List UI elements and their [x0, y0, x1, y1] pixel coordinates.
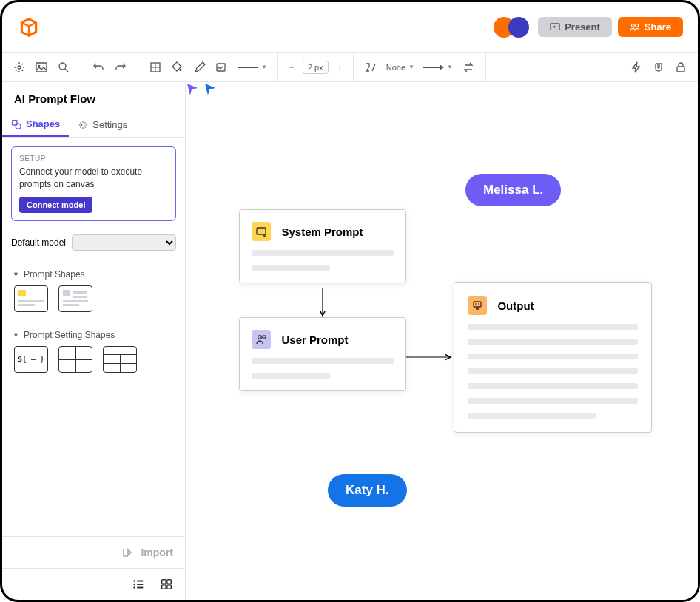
section-prompt-setting-shapes[interactable]: ▼ Prompt Setting Shapes [2, 321, 185, 346]
gear-icon [78, 120, 88, 130]
increase-stroke-button[interactable]: + [337, 62, 343, 72]
avatar[interactable] [508, 17, 529, 38]
output-icon [468, 296, 487, 315]
canvas[interactable]: System Prompt User Prompt Output [186, 82, 698, 600]
swap-icon[interactable] [462, 61, 475, 74]
setup-card: SETUP Connect your model to execute prom… [11, 146, 176, 221]
chevron-down-icon: ▼ [13, 331, 19, 339]
setup-label: SETUP [19, 155, 168, 163]
section-prompt-shapes[interactable]: ▼ Prompt Shapes [2, 260, 185, 285]
default-model-label: Default model [11, 237, 66, 248]
magnet-icon[interactable] [652, 61, 665, 74]
svg-rect-25 [162, 585, 166, 589]
image-icon[interactable] [35, 61, 48, 74]
shape-table[interactable] [58, 346, 92, 373]
cursor-pointer-icon [186, 82, 201, 97]
play-icon [550, 22, 560, 33]
present-button[interactable]: Present [538, 17, 612, 37]
chevron-down-icon: ▼ [13, 271, 19, 278]
svg-point-2 [636, 24, 639, 27]
collaborator-cursor-melissa: Melissa L. [465, 174, 561, 206]
node-system-prompt[interactable]: System Prompt [239, 209, 406, 283]
app-logo [17, 16, 41, 39]
svg-point-16 [82, 124, 85, 126]
setup-text: Connect your model to execute prompts on… [19, 166, 168, 191]
collaborator-cursor-katy: Katy H. [328, 474, 407, 507]
shape-tool-icon[interactable] [149, 61, 162, 74]
svg-point-18 [133, 584, 135, 585]
share-button[interactable]: Share [618, 17, 683, 37]
left-sidebar: AI Prompt Flow Shapes Settings SETUP Con… [2, 82, 186, 600]
tab-shapes[interactable]: Shapes [2, 112, 69, 137]
people-icon [630, 22, 640, 33]
image-edit-icon[interactable] [215, 61, 229, 74]
svg-point-15 [16, 124, 21, 129]
shape-system-prompt[interactable] [14, 285, 48, 312]
search-icon[interactable] [57, 61, 70, 74]
decrease-stroke-button[interactable]: − [289, 62, 294, 72]
redo-icon[interactable] [114, 61, 127, 74]
fill-icon[interactable] [171, 61, 184, 74]
fill-dropdown[interactable]: None ▼ [386, 63, 414, 72]
grid-view-icon[interactable] [160, 578, 173, 591]
svg-point-3 [18, 66, 21, 69]
svg-point-17 [133, 580, 135, 581]
svg-point-30 [258, 336, 262, 339]
svg-point-34 [478, 303, 479, 305]
shape-variable[interactable]: ${ — } [14, 346, 48, 373]
cursor-pointer-icon [203, 82, 218, 97]
settings-icon[interactable] [13, 61, 26, 74]
import-icon [121, 546, 135, 559]
chevron-down-icon: ▼ [447, 64, 453, 70]
stroke-width-value[interactable]: 2 px [303, 61, 329, 74]
system-prompt-icon [252, 222, 271, 241]
svg-rect-23 [162, 580, 166, 584]
shape-table-header[interactable] [103, 346, 137, 373]
svg-rect-26 [167, 585, 171, 589]
line-style-dropdown[interactable]: ▼ [238, 64, 267, 70]
svg-point-6 [59, 63, 66, 70]
connect-model-button[interactable]: Connect model [19, 197, 92, 213]
svg-point-19 [133, 586, 135, 588]
connector-icon[interactable] [364, 61, 377, 74]
node-user-prompt[interactable]: User Prompt [239, 317, 406, 391]
list-view-icon[interactable] [132, 578, 145, 591]
pencil-icon[interactable] [193, 61, 206, 74]
shapes-icon [11, 119, 21, 129]
arrow-style-dropdown[interactable]: ▼ [423, 64, 453, 71]
panel-title: AI Prompt Flow [2, 82, 185, 112]
undo-icon[interactable] [92, 61, 105, 74]
app-header: Present Share [2, 2, 698, 53]
svg-rect-29 [257, 228, 266, 234]
svg-rect-13 [677, 67, 684, 72]
collaborator-avatars[interactable] [494, 17, 529, 38]
default-model-select[interactable] [72, 234, 176, 251]
chevron-down-icon: ▼ [408, 64, 414, 70]
shape-user-prompt[interactable] [58, 285, 92, 312]
toolbar: ▼ − 2 px + None ▼ ▼ [2, 53, 698, 82]
svg-rect-24 [167, 580, 171, 584]
svg-rect-10 [217, 64, 225, 71]
user-prompt-icon [252, 330, 271, 349]
svg-rect-32 [474, 302, 481, 307]
node-output[interactable]: Output [454, 282, 652, 433]
tab-settings[interactable]: Settings [69, 112, 136, 137]
svg-point-1 [631, 24, 634, 27]
chevron-down-icon: ▼ [261, 64, 267, 70]
import-button[interactable]: Import [2, 536, 185, 568]
svg-point-5 [38, 64, 40, 66]
svg-rect-4 [36, 63, 47, 72]
lock-icon[interactable] [674, 61, 687, 74]
bolt-icon[interactable] [630, 61, 643, 74]
svg-rect-31 [263, 336, 266, 338]
svg-point-33 [475, 303, 477, 305]
